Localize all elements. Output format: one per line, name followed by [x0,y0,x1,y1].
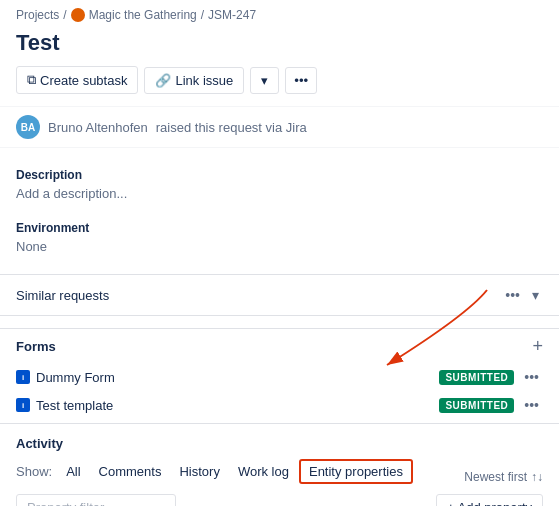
show-label: Show: [16,464,52,479]
form-more-1[interactable]: ••• [520,367,543,387]
sort-label: Newest first ↑↓ [464,470,543,484]
project-icon [71,8,85,22]
similar-more-button[interactable]: ••• [501,285,524,305]
forms-title: Forms [16,339,56,354]
activity-title: Activity [16,436,543,451]
description-label: Description [16,168,543,182]
form-name-2[interactable]: Test template [36,398,113,413]
environment-label: Environment [16,221,543,235]
form-item: i Test template SUBMITTED ••• [16,391,543,419]
form-name-1[interactable]: Dummy Form [36,370,115,385]
link-issue-button[interactable]: 🔗 Link issue [144,67,244,94]
breadcrumb-project[interactable]: Magic the Gathering [89,8,197,22]
toolbar: ⧉ Create subtask 🔗 Link issue ▾ ••• [0,66,559,106]
more-button[interactable]: ••• [285,67,317,94]
form-item: i Dummy Form SUBMITTED ••• [16,363,543,391]
dropdown-button[interactable]: ▾ [250,67,279,94]
tab-worklog[interactable]: Work log [230,461,297,482]
form-status-2: SUBMITTED [439,398,514,413]
add-property-button[interactable]: + Add property [436,494,543,506]
form-more-2[interactable]: ••• [520,395,543,415]
forms-add-button[interactable]: + [532,337,543,355]
breadcrumb: Projects / Magic the Gathering / JSM-247 [0,0,559,26]
breadcrumb-sep-2: / [201,8,204,22]
breadcrumb-projects[interactable]: Projects [16,8,59,22]
breadcrumb-issue[interactable]: JSM-247 [208,8,256,22]
subtask-icon: ⧉ [27,72,36,88]
form-item-right-2: SUBMITTED ••• [439,395,543,415]
tab-history[interactable]: History [171,461,227,482]
user-name: Bruno Altenhofen [48,120,148,135]
form-item-right-1: SUBMITTED ••• [439,367,543,387]
create-subtask-button[interactable]: ⧉ Create subtask [16,66,138,94]
property-filter-row: + Add property [16,494,543,506]
link-issue-label: Link issue [175,73,233,88]
form-icon-1: i [16,370,30,384]
environment-section: Environment None [0,213,559,262]
activity-section: Activity Show: All Comments History Work… [0,423,559,506]
breadcrumb-sep-1: / [63,8,66,22]
similar-expand-button[interactable]: ▾ [528,285,543,305]
create-subtask-label: Create subtask [40,73,127,88]
info-bar: BA Bruno Altenhofen raised this request … [0,106,559,148]
forms-section: Forms + i Dummy Form SUBMITTED ••• i Tes… [0,328,559,423]
link-icon: 🔗 [155,73,171,88]
tab-comments[interactable]: Comments [91,461,170,482]
environment-value: None [16,239,543,254]
info-message: raised this request via Jira [156,120,307,135]
page-title: Test [0,26,559,66]
property-filter-input[interactable] [16,494,176,506]
tab-entity-properties[interactable]: Entity properties [299,459,413,484]
tab-all[interactable]: All [58,461,88,482]
avatar: BA [16,115,40,139]
add-description-link[interactable]: Add a description... [16,186,127,201]
activity-tabs: Show: All Comments History Work log Enti… [16,459,413,484]
forms-header: Forms + [16,337,543,355]
similar-requests-section: Similar requests ••• ▾ [0,274,559,316]
description-section: Description Add a description... [0,160,559,209]
similar-actions: ••• ▾ [497,285,543,305]
form-status-1: SUBMITTED [439,370,514,385]
similar-requests-label: Similar requests [16,288,109,303]
form-item-left-2: i Test template [16,398,113,413]
form-icon-2: i [16,398,30,412]
form-item-left-1: i Dummy Form [16,370,115,385]
